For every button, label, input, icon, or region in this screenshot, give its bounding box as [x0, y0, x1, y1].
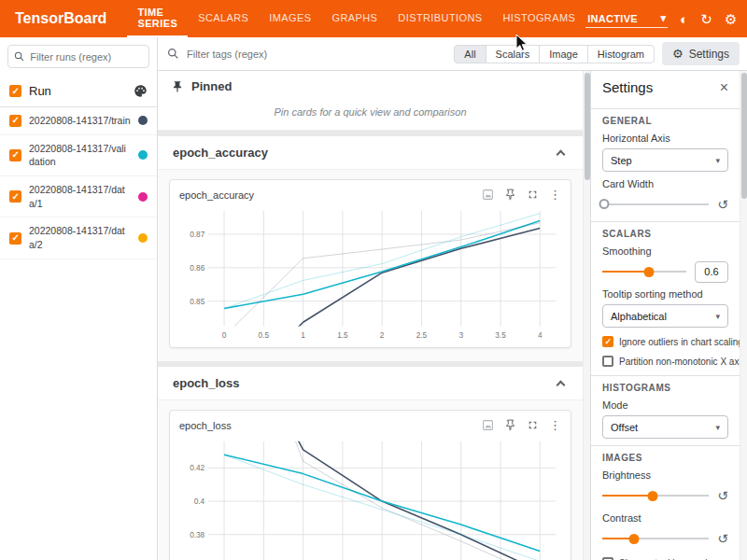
epoch-accuracy-chart[interactable]: 00.511.522.533.540.850.860.87 [177, 205, 563, 345]
main-scrollbar-thumb[interactable] [585, 73, 590, 180]
partition-x-row: Partition non-monotonic X axis i [602, 356, 728, 367]
tab-images[interactable]: IMAGES [259, 0, 321, 37]
chip-image[interactable]: Image [539, 45, 588, 63]
run-row-data-1[interactable]: 20220808-141317/data/1 [0, 176, 157, 217]
app-logo: TensorBoard [15, 10, 106, 27]
section-title: epoch_accuracy [173, 146, 268, 160]
runs-header-row: Run [0, 76, 157, 107]
settings-panel-title: Settings [602, 79, 653, 95]
contrast-label: Contrast [602, 512, 728, 524]
nav-tabs: TIME SERIES SCALARS IMAGES GRAPHS DISTRI… [127, 0, 585, 37]
tab-scalars[interactable]: SCALARS [188, 0, 259, 37]
partition-x-label: Partition non-monotonic X axis [619, 357, 740, 367]
more-options-icon[interactable]: ⋮ [549, 418, 561, 432]
runs-filter-input[interactable] [30, 51, 143, 63]
smoothing-slider[interactable] [602, 271, 686, 273]
image-toggle-icon[interactable] [482, 189, 494, 201]
tooltip-sorting-value: Alphabetical [611, 311, 667, 322]
close-icon[interactable]: × [720, 80, 728, 95]
status-dropdown-value: INACTIVE [587, 13, 638, 24]
ignore-outliers-checkbox[interactable] [602, 336, 613, 347]
chip-histogram[interactable]: Histogram [587, 45, 655, 63]
tab-time-series[interactable]: TIME SERIES [127, 0, 188, 37]
horizontal-axis-value: Step [611, 155, 632, 166]
horizontal-axis-select[interactable]: Step ▾ [602, 148, 728, 172]
run-checkbox[interactable] [9, 190, 21, 203]
tab-histograms[interactable]: HISTOGRAMS [493, 0, 586, 37]
section-header-epoch-accuracy[interactable]: epoch_accuracy [158, 136, 583, 169]
section-epoch-loss: epoch_loss epoch_loss [158, 367, 583, 560]
svg-text:1.5: 1.5 [337, 331, 348, 340]
partition-x-checkbox[interactable] [602, 356, 613, 367]
settings-button[interactable]: ⚙ Settings [662, 42, 740, 65]
settings-gear-icon[interactable]: ⚙ [725, 12, 737, 26]
pinned-header: Pinned [158, 71, 583, 100]
svg-text:3: 3 [458, 331, 463, 340]
run-name: 20220808-141317/validation [29, 142, 131, 169]
histogram-mode-select[interactable]: Offset ▾ [602, 415, 728, 439]
run-row-data-2[interactable]: 20220808-141317/data/2 [0, 217, 157, 259]
run-color-dot [138, 192, 148, 202]
image-toggle-icon[interactable] [482, 419, 494, 431]
card-width-slider[interactable] [602, 203, 709, 205]
run-color-dot [138, 150, 148, 160]
smoothing-value-input[interactable]: 0.6 [695, 261, 728, 283]
run-row-train[interactable]: 20220808-141317/train [0, 107, 157, 135]
run-name: 20220808-141317/data/2 [29, 224, 131, 251]
collapse-icon[interactable] [557, 381, 566, 390]
theme-toggle-icon[interactable]: ◐ [680, 12, 688, 26]
reset-icon[interactable]: ↺ [717, 532, 728, 545]
chip-scalars[interactable]: Scalars [486, 45, 541, 63]
run-checkbox[interactable] [9, 149, 21, 161]
tag-filter-chips: All Scalars Image Histogram [454, 45, 655, 63]
status-dropdown[interactable]: INACTIVE ▾ [585, 9, 668, 28]
chart-card-epoch-accuracy: epoch_accuracy [169, 179, 571, 348]
brightness-label: Brightness [602, 469, 728, 481]
pin-card-icon[interactable] [504, 419, 516, 431]
more-options-icon[interactable]: ⋮ [549, 188, 561, 202]
pinned-title: Pinned [191, 79, 232, 93]
chevron-down-icon: ▾ [660, 12, 666, 24]
tags-filter-input[interactable] [187, 49, 446, 60]
run-checkbox[interactable] [9, 115, 21, 127]
main-scrollbar[interactable] [583, 71, 590, 560]
palette-icon[interactable] [134, 84, 148, 98]
settings-scrollbar[interactable] [740, 71, 747, 560]
svg-text:1: 1 [301, 331, 305, 340]
search-icon [167, 48, 179, 60]
select-all-runs-checkbox[interactable] [9, 85, 21, 97]
runs-filter-box[interactable] [7, 45, 149, 68]
settings-button-label: Settings [689, 48, 729, 61]
fullscreen-icon[interactable] [527, 419, 539, 431]
pinned-hint: Pin cards for a quick view and compariso… [158, 100, 583, 131]
card-width-label: Card Width [602, 178, 728, 189]
tab-graphs[interactable]: GRAPHS [321, 0, 388, 37]
run-checkbox[interactable] [9, 232, 21, 245]
pin-card-icon[interactable] [504, 189, 516, 201]
settings-scrollbar-thumb[interactable] [741, 73, 747, 199]
contrast-slider[interactable] [602, 538, 709, 539]
svg-text:0.87: 0.87 [190, 231, 204, 239]
histogram-mode-label: Mode [602, 399, 728, 411]
collapse-icon[interactable] [557, 150, 566, 160]
settings-panel: Settings × GENERAL Horizontal Axis Step … [590, 71, 740, 560]
main-content: Pinned Pin cards for a quick view and co… [158, 71, 583, 560]
reset-icon[interactable]: ↺ [717, 198, 728, 211]
epoch-loss-chart[interactable]: 00.511.522.533.540.360.380.40.42 [177, 436, 563, 560]
horizontal-axis-label: Horizontal Axis [602, 133, 728, 144]
run-row-validation[interactable]: 20220808-141317/validation [0, 135, 157, 176]
tab-distributions[interactable]: DISTRIBUTIONS [388, 0, 492, 37]
section-title: epoch_loss [173, 376, 240, 390]
refresh-icon[interactable]: ↻ [700, 12, 712, 26]
app-header: TensorBoard TIME SERIES SCALARS IMAGES G… [0, 0, 747, 37]
card-header: epoch_accuracy [177, 186, 563, 205]
search-icon [14, 50, 24, 63]
chip-all[interactable]: All [454, 45, 486, 63]
brightness-slider[interactable] [602, 495, 709, 497]
fullscreen-icon[interactable] [527, 189, 539, 201]
run-color-dot [138, 233, 148, 243]
tooltip-sorting-select[interactable]: Alphabetical ▾ [602, 304, 728, 328]
svg-text:0.85: 0.85 [190, 298, 204, 306]
section-header-epoch-loss[interactable]: epoch_loss [158, 367, 583, 399]
reset-icon[interactable]: ↺ [717, 489, 728, 502]
